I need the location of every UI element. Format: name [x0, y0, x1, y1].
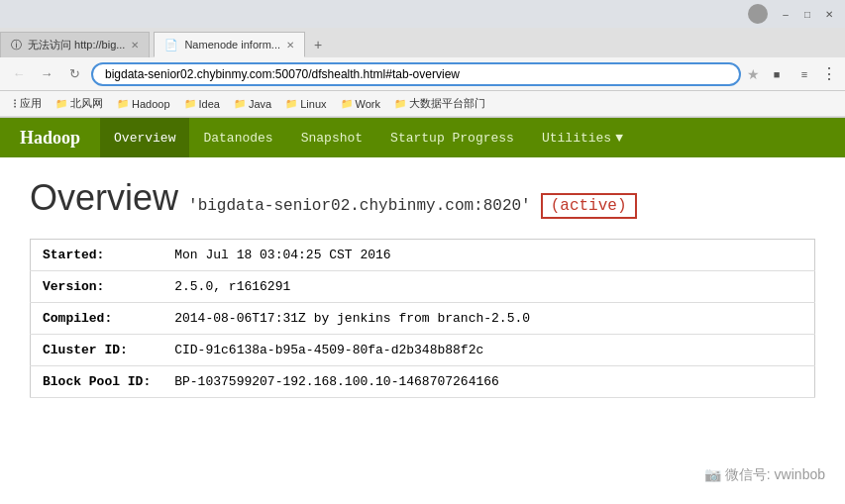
folder-icon-7: 📁	[394, 98, 406, 109]
info-table: Started: Mon Jul 18 03:04:25 CST 2016 Ve…	[30, 239, 815, 398]
minimize-button[interactable]: –	[778, 6, 793, 22]
folder-icon-6: 📁	[341, 98, 353, 109]
title-bar: – □ ✕	[0, 0, 845, 28]
hadoop-brand[interactable]: Hadoop	[0, 128, 100, 149]
table-cell-value-3: CID-91c6138a-b95a-4509-80fa-d2b348b88f2c	[162, 335, 814, 366]
nav-item-utilities[interactable]: Utilities ▼	[528, 118, 637, 157]
chevron-down-icon: ▼	[615, 131, 623, 146]
bookmark-idea[interactable]: 📁 Idea	[179, 96, 225, 112]
bookmark-bigdata-label: 大数据平台部门	[409, 96, 485, 111]
table-cell-value-1: 2.5.0, r1616291	[162, 271, 814, 303]
tab-2-favicon: 📄	[164, 39, 178, 51]
table-cell-value-2: 2014-08-06T17:31Z by jenkins from branch…	[162, 303, 814, 335]
back-button[interactable]: ←	[8, 63, 30, 85]
folder-icon-3: 📁	[184, 98, 196, 109]
nav-item-overview[interactable]: Overview	[100, 118, 189, 157]
folder-icon-5: 📁	[285, 98, 297, 109]
apps-grid-icon: ⁝	[13, 96, 17, 111]
bookmark-beifengwang-label: 北风网	[70, 96, 103, 111]
table-cell-value-0: Mon Jul 18 03:04:25 CST 2016	[162, 240, 814, 271]
bookmarks-bar: ⁝ 应用 📁 北风网 📁 Hadoop 📁 Idea 📁 Java 📁 Linu…	[0, 91, 845, 117]
table-row: Cluster ID: CID-91c6138a-b95a-4509-80fa-…	[31, 335, 815, 366]
nav-item-datanodes[interactable]: Datanodes	[189, 118, 286, 157]
extension-button-1[interactable]: ■	[766, 63, 788, 85]
tab-1-title: 无法访问 http://big...	[28, 38, 125, 52]
extension-button-2[interactable]: ≡	[793, 63, 815, 85]
tab-1[interactable]: ⓘ 无法访问 http://big... ✕	[0, 32, 150, 57]
table-cell-label-3: Cluster ID:	[31, 335, 163, 366]
tab-bar: ⓘ 无法访问 http://big... ✕ 📄 Namenode inform…	[0, 28, 845, 57]
tab-2-title: Namenode inform...	[184, 39, 280, 50]
bookmark-work[interactable]: 📁 Work	[336, 96, 385, 112]
maximize-button[interactable]: □	[799, 6, 815, 22]
bookmark-bigdata[interactable]: 📁 大数据平台部门	[389, 94, 490, 113]
folder-icon-1: 📁	[55, 98, 67, 109]
overview-title-section: Overview 'bigdata-senior02.chybinmy.com:…	[30, 177, 815, 219]
table-row: Block Pool ID: BP-1037599207-192.168.100…	[31, 366, 815, 398]
bookmark-star-icon[interactable]: ★	[747, 66, 760, 82]
bookmark-apps[interactable]: ⁝ 应用	[8, 94, 47, 113]
nav-item-startup-progress[interactable]: Startup Progress	[376, 118, 528, 157]
browser-chrome: – □ ✕ ⓘ 无法访问 http://big... ✕ 📄 Namenode …	[0, 0, 845, 118]
table-row: Version: 2.5.0, r1616291	[31, 271, 815, 303]
page-content: Overview 'bigdata-senior02.chybinmy.com:…	[0, 157, 845, 418]
table-cell-label-2: Compiled:	[31, 303, 163, 335]
close-button[interactable]: ✕	[821, 6, 837, 22]
bookmark-linux[interactable]: 📁 Linux	[280, 96, 331, 112]
chrome-menu-button[interactable]: ⋮	[821, 64, 837, 83]
status-badge: (active)	[541, 193, 637, 219]
reload-button[interactable]: ↻	[63, 63, 85, 85]
tab-2-close[interactable]: ✕	[286, 40, 294, 50]
forward-button[interactable]: →	[36, 63, 57, 85]
bookmark-hadoop-label: Hadoop	[132, 98, 170, 110]
page-title: Overview	[30, 177, 178, 219]
window-controls: – □ ✕	[778, 6, 837, 22]
bookmark-work-label: Work	[356, 98, 380, 110]
table-cell-label-0: Started:	[31, 240, 163, 271]
nav-item-snapshot[interactable]: Snapshot	[287, 118, 376, 157]
bookmark-java[interactable]: 📁 Java	[229, 96, 276, 112]
tab-2[interactable]: 📄 Namenode inform... ✕	[154, 32, 305, 57]
folder-icon-4: 📁	[234, 98, 246, 109]
new-tab-button[interactable]: +	[305, 32, 331, 57]
address-input[interactable]	[91, 62, 741, 86]
table-cell-label-4: Block Pool ID:	[31, 366, 163, 398]
table-cell-value-4: BP-1037599207-192.168.100.10-14687072641…	[162, 366, 814, 398]
host-display: 'bigdata-senior02.chybinmy.com:8020'	[188, 197, 531, 215]
tab-1-close[interactable]: ✕	[131, 40, 139, 50]
bookmark-apps-label: 应用	[20, 96, 42, 111]
bookmark-linux-label: Linux	[300, 98, 326, 110]
bookmark-beifengwang[interactable]: 📁 北风网	[51, 94, 108, 113]
bookmark-hadoop[interactable]: 📁 Hadoop	[112, 96, 175, 112]
table-cell-label-1: Version:	[31, 271, 163, 303]
folder-icon-2: 📁	[117, 98, 129, 109]
address-bar: ← → ↻ ★ ■ ≡ ⋮	[0, 57, 845, 91]
table-row: Started: Mon Jul 18 03:04:25 CST 2016	[31, 240, 815, 271]
bookmark-java-label: Java	[249, 98, 271, 110]
bookmark-idea-label: Idea	[199, 98, 220, 110]
table-row: Compiled: 2014-08-06T17:31Z by jenkins f…	[31, 303, 815, 335]
tab-1-favicon: ⓘ	[11, 38, 22, 52]
avatar-icon[interactable]	[748, 4, 768, 24]
hadoop-navbar: Hadoop Overview Datanodes Snapshot Start…	[0, 118, 845, 157]
